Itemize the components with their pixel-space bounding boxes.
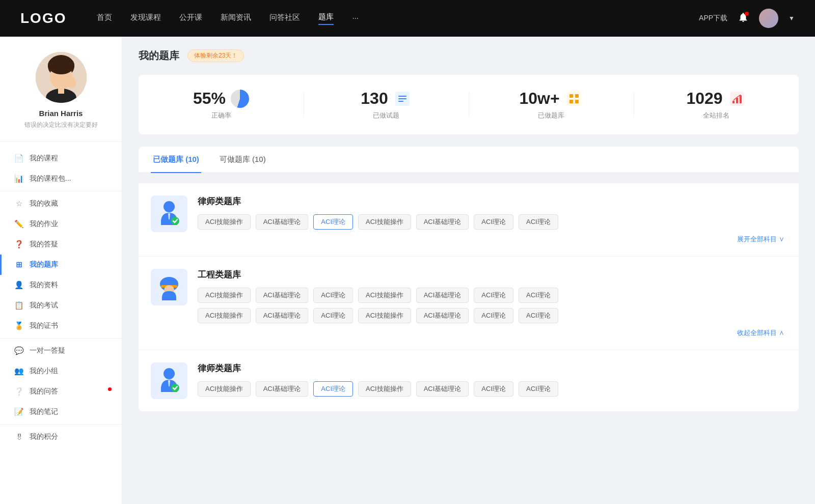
svg-point-20 — [164, 201, 175, 212]
bank-card-lawyer-2: 律师类题库 ACI技能操作 ACI基础理论 ACI理论 ACI技能操作 ACI基… — [139, 350, 799, 411]
stat-ranking-value: 1029 — [686, 89, 722, 108]
nav-qa[interactable]: 问答社区 — [269, 13, 300, 24]
sidebar-item-my-qa[interactable]: ❔ 我的问答 — [0, 381, 122, 402]
bank-tag-active[interactable]: ACI理论 — [313, 381, 353, 397]
stat-ranking: 1029 全站排名 — [634, 89, 799, 120]
doc2-icon: 📋 — [14, 301, 23, 310]
pie-chart-icon — [231, 90, 249, 108]
bank-tag[interactable]: ACI技能操作 — [198, 308, 251, 323]
sidebar-item-exam[interactable]: 📋 我的考试 — [0, 295, 122, 316]
sidebar-item-notes[interactable]: 📝 我的笔记 — [0, 402, 122, 422]
bank-tag[interactable]: ACI技能操作 — [198, 381, 251, 397]
bank-tag[interactable]: ACI基础理论 — [256, 214, 309, 230]
svg-rect-9 — [398, 98, 406, 99]
navbar: LOGO 首页 发现课程 公开课 新闻资讯 问答社区 题库 ··· APP下载 … — [0, 0, 815, 37]
qa-badge — [108, 387, 112, 391]
qmark-icon: ❔ — [14, 387, 23, 396]
bank-tag[interactable]: ACI基础理论 — [416, 381, 469, 397]
app-download-link[interactable]: APP下载 — [699, 14, 727, 23]
sidebar-item-points[interactable]: 🎖 我的积分 — [0, 427, 122, 447]
svg-rect-5 — [58, 87, 64, 94]
nav-home[interactable]: 首页 — [97, 13, 112, 24]
bank-tag[interactable]: ACI基础理论 — [416, 288, 469, 303]
sidebar-item-course-package[interactable]: 📊 我的课程包... — [0, 169, 122, 189]
bank-body-lawyer-2: 律师类题库 ACI技能操作 ACI基础理论 ACI理论 ACI技能操作 ACI基… — [198, 362, 786, 397]
bank-tag[interactable]: ACI技能操作 — [358, 288, 411, 303]
bank-tag[interactable]: ACI理论 — [474, 288, 513, 303]
bank-tag[interactable]: ACI技能操作 — [358, 381, 411, 397]
bank-tag[interactable]: ACI理论 — [313, 288, 353, 303]
trial-badge: 体验剩余23天！ — [187, 49, 244, 62]
sidebar-item-group[interactable]: 👥 我的小组 — [0, 361, 122, 381]
star-icon: ☆ — [14, 199, 23, 208]
bank-tag[interactable]: ACI基础理论 — [416, 214, 469, 230]
profile-name: Brian Harris — [10, 109, 112, 118]
bank-tag[interactable]: ACI技能操作 — [358, 308, 411, 323]
sidebar-item-materials[interactable]: 👤 我的资料 — [0, 275, 122, 295]
tab-available[interactable]: 可做题库 (10) — [218, 147, 268, 173]
note-icon: 📝 — [14, 407, 23, 416]
tab-done[interactable]: 已做题库 (10) — [151, 147, 201, 173]
sidebar-item-bank[interactable]: ⊞ 我的题库 — [0, 255, 122, 275]
user-avatar-nav[interactable] — [759, 9, 778, 28]
bank-tag[interactable]: ACI理论 — [519, 381, 558, 397]
bank-body-engineer: 工程类题库 ACI技能操作 ACI基础理论 ACI理论 ACI技能操作 ACI基… — [198, 269, 786, 338]
nav-bank[interactable]: 题库 — [318, 12, 334, 25]
svg-rect-14 — [569, 100, 573, 103]
bar-icon: 📊 — [14, 174, 23, 183]
page-title: 我的题库 — [139, 49, 179, 63]
divider-1 — [0, 191, 122, 191]
stat-questions-value: 130 — [361, 89, 388, 108]
bank-name-engineer: 工程类题库 — [198, 269, 786, 281]
sidebar-item-certificate[interactable]: 🏅 我的证书 — [0, 316, 122, 336]
svg-rect-13 — [575, 94, 579, 98]
bank-tag[interactable]: ACI理论 — [474, 308, 513, 323]
bank-tag[interactable]: ACI基础理论 — [256, 288, 309, 303]
stat-accuracy-label: 正确率 — [139, 111, 304, 120]
expand-link-lawyer-1[interactable]: 展开全部科目 ∨ — [198, 235, 786, 244]
bank-tag[interactable]: ACI基础理论 — [416, 308, 469, 323]
bank-tag[interactable]: ACI理论 — [474, 381, 513, 397]
svg-rect-15 — [575, 100, 579, 103]
bank-tag-active[interactable]: ACI理论 — [313, 214, 353, 230]
bank-tag[interactable]: ACI理论 — [519, 308, 558, 323]
question-icon: ❓ — [14, 240, 23, 249]
stats-card: 55% 正确率 130 已做试题 10w+ — [139, 75, 799, 134]
nav-news[interactable]: 新闻资讯 — [221, 13, 251, 24]
user-menu-chevron[interactable]: ▼ — [789, 15, 795, 22]
nav-open-course[interactable]: 公开课 — [179, 13, 202, 24]
grid-icon: ⊞ — [14, 260, 23, 269]
sidebar-menu: 📄 我的课程 📊 我的课程包... ☆ 我的收藏 ✏️ 我的作业 ❓ 我的答疑 … — [0, 142, 122, 453]
sidebar-item-qa[interactable]: ❓ 我的答疑 — [0, 234, 122, 255]
sidebar-item-homework[interactable]: ✏️ 我的作业 — [0, 214, 122, 234]
collapse-link-engineer[interactable]: 收起全部科目 ∧ — [198, 328, 786, 338]
bank-tag[interactable]: ACI技能操作 — [198, 214, 251, 230]
bank-tag[interactable]: ACI理论 — [313, 308, 353, 323]
profile-avatar — [36, 52, 87, 103]
bank-tag[interactable]: ACI基础理论 — [256, 381, 309, 397]
bank-icon-lawyer-1 — [151, 195, 187, 232]
chart-red-icon — [728, 90, 746, 108]
bank-body-lawyer-1: 律师类题库 ACI技能操作 ACI基础理论 ACI理论 ACI技能操作 ACI基… — [198, 195, 786, 244]
bank-sections: 律师类题库 ACI技能操作 ACI基础理论 ACI理论 ACI技能操作 ACI基… — [139, 183, 799, 411]
pie-chart-visual — [231, 90, 249, 108]
sidebar-item-one-on-one[interactable]: 💬 一对一答疑 — [0, 341, 122, 361]
bank-tag[interactable]: ACI理论 — [474, 214, 513, 230]
bank-tag[interactable]: ACI技能操作 — [358, 214, 411, 230]
stat-questions-top: 130 — [304, 89, 469, 108]
bank-tags-engineer-row2: ACI技能操作 ACI基础理论 ACI理论 ACI技能操作 ACI基础理论 AC… — [198, 308, 786, 323]
bank-tag[interactable]: ACI基础理论 — [256, 308, 309, 323]
stat-accuracy: 55% 正确率 — [139, 89, 304, 120]
stat-questions-label: 已做试题 — [304, 111, 469, 120]
bank-tag[interactable]: ACI理论 — [519, 214, 558, 230]
engineer-svg-icon — [156, 274, 182, 300]
nav-discover[interactable]: 发现课程 — [130, 13, 161, 24]
nav-more[interactable]: ··· — [352, 13, 359, 24]
sidebar-item-my-course[interactable]: 📄 我的课程 — [0, 148, 122, 169]
bank-tag[interactable]: ACI理论 — [519, 288, 558, 303]
bank-tag[interactable]: ACI技能操作 — [198, 288, 251, 303]
page-wrapper: Brian Harris 错误的决定比没有决定要好 📄 我的课程 📊 我的课程包… — [0, 37, 815, 504]
stat-questions-done: 130 已做试题 — [304, 89, 469, 120]
sidebar-item-favorites[interactable]: ☆ 我的收藏 — [0, 193, 122, 214]
notification-bell[interactable] — [738, 12, 749, 25]
